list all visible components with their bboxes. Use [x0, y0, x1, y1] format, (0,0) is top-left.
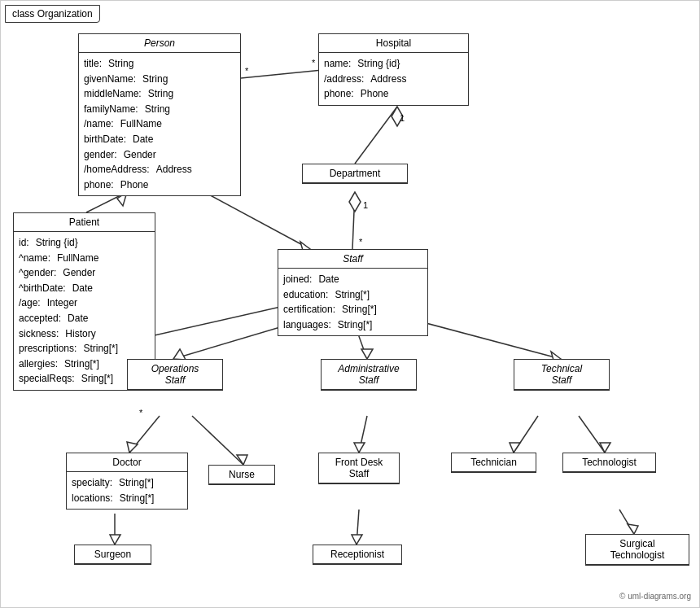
svg-text:1: 1	[363, 200, 368, 210]
nurse-title: Nurse	[209, 466, 274, 484]
svg-line-6	[352, 192, 355, 249]
doctor-body: specialty:String[*] locations:String[*]	[67, 472, 187, 509]
technician-title: Technician	[452, 453, 536, 472]
technician-class: Technician	[451, 453, 536, 473]
department-title: Department	[303, 164, 407, 183]
operations-staff-title: OperationsStaff	[128, 360, 222, 390]
technologist-class: Technologist	[562, 453, 656, 473]
staff-class: Staff joined:Date education:String[*] ce…	[278, 249, 428, 336]
svg-text:*: *	[312, 58, 316, 68]
nurse-class: Nurse	[208, 465, 275, 485]
svg-marker-35	[628, 524, 638, 534]
surgeon-class: Surgeon	[74, 545, 151, 565]
surgeon-title: Surgeon	[75, 545, 151, 564]
admin-staff-class: AdministrativeStaff	[321, 359, 417, 391]
front-desk-title: Front DeskStaff	[319, 453, 399, 483]
operations-staff-class: OperationsStaff	[127, 359, 223, 391]
hospital-body: name:String {id} /address:Address phone:…	[319, 53, 468, 105]
receptionist-class: Receptionist	[313, 545, 402, 565]
svg-marker-7	[349, 192, 361, 212]
svg-text:1: 1	[400, 113, 405, 123]
svg-line-26	[514, 416, 538, 453]
patient-title: Patient	[14, 213, 155, 232]
svg-marker-17	[361, 349, 373, 359]
admin-staff-title: AdministrativeStaff	[322, 360, 416, 390]
svg-text:*: *	[245, 66, 249, 76]
department-class: Department	[302, 164, 408, 184]
svg-marker-4	[392, 107, 403, 126]
svg-text:*: *	[139, 408, 143, 418]
svg-line-0	[241, 70, 322, 78]
staff-body: joined:Date education:String[*] certific…	[278, 269, 427, 335]
person-class: Person title:String givenName:String mid…	[78, 33, 241, 196]
diagram-title: class Organization	[5, 5, 100, 23]
svg-marker-23	[237, 455, 247, 465]
technical-staff-class: TechnicalStaff	[514, 359, 610, 391]
front-desk-class: Front DeskStaff	[318, 453, 400, 484]
svg-line-22	[192, 416, 243, 465]
svg-line-24	[359, 416, 367, 453]
receptionist-title: Receptionist	[313, 545, 401, 564]
svg-marker-31	[110, 535, 120, 545]
surgical-technologist-title: SurgicalTechnologist	[586, 535, 689, 565]
staff-title: Staff	[278, 250, 427, 269]
svg-text:*: *	[359, 237, 363, 247]
diagram-container: class Organization * * 1 1 *	[0, 0, 700, 608]
svg-line-32	[357, 510, 359, 545]
svg-marker-27	[510, 443, 520, 453]
svg-marker-29	[600, 443, 610, 453]
svg-line-12	[204, 192, 310, 249]
person-title: Person	[79, 34, 240, 53]
svg-line-34	[619, 510, 634, 534]
surgical-technologist-class: SurgicalTechnologist	[585, 534, 689, 566]
svg-marker-25	[354, 443, 365, 453]
svg-line-3	[355, 107, 397, 164]
svg-marker-21	[127, 442, 138, 453]
doctor-title: Doctor	[67, 453, 187, 472]
svg-line-18	[408, 318, 561, 359]
hospital-title: Hospital	[319, 34, 468, 53]
svg-line-28	[579, 416, 605, 453]
technologist-title: Technologist	[563, 453, 655, 472]
doctor-class: Doctor specialty:String[*] locations:Str…	[66, 453, 188, 510]
copyright: © uml-diagrams.org	[619, 592, 691, 601]
person-body: title:String givenName:String middleName…	[79, 53, 240, 195]
svg-marker-33	[352, 535, 362, 545]
hospital-class: Hospital name:String {id} /address:Addre…	[318, 33, 469, 106]
technical-staff-title: TechnicalStaff	[514, 360, 609, 390]
svg-line-20	[129, 416, 160, 453]
